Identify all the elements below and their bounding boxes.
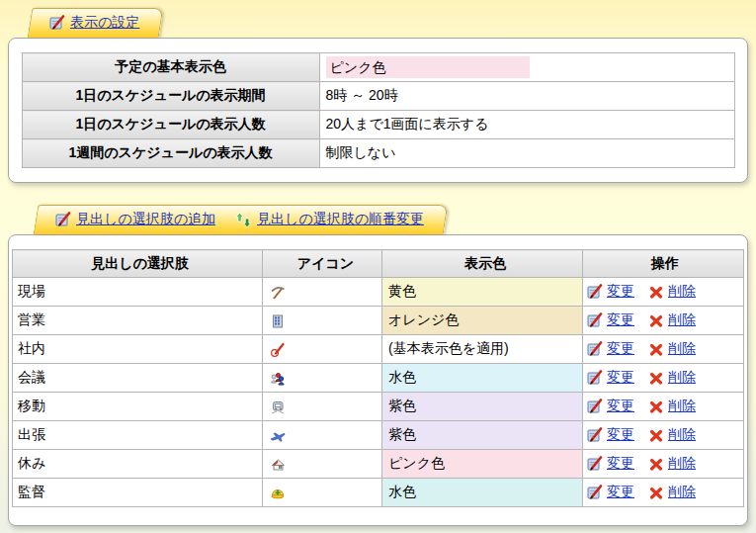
delete-link[interactable]: 削除	[668, 484, 696, 501]
table-row: 社内 (基本表示色を適用) 変更 削除	[13, 335, 744, 364]
airplane-icon	[270, 428, 286, 444]
display-color-cell: 水色	[382, 479, 583, 507]
display-settings-link[interactable]: 表示の設定	[70, 14, 139, 32]
table-row: 休み ピンク色 変更 削除	[13, 450, 744, 479]
change-link[interactable]: 変更	[607, 283, 634, 301]
option-label: 営業	[13, 307, 263, 335]
delete-link[interactable]: 削除	[668, 455, 696, 473]
setting-value: 8時 ～ 20時	[319, 82, 734, 111]
reorder-heading-options-link[interactable]: 見出しの選択肢の順番変更	[257, 211, 424, 228]
edit-icon[interactable]	[587, 485, 603, 500]
table-row: 移動 紫色 変更 削除	[13, 393, 744, 421]
column-header: 操作	[583, 250, 744, 278]
delete-x-icon[interactable]	[648, 284, 664, 300]
column-header: 見出しの選択肢	[13, 250, 263, 278]
change-link[interactable]: 変更	[607, 455, 634, 473]
table-row: 1日のスケジュールの表示期間 8時 ～ 20時	[22, 82, 734, 111]
delete-link[interactable]: 削除	[668, 283, 696, 301]
change-link[interactable]: 変更	[607, 311, 634, 329]
edit-icon[interactable]	[587, 399, 603, 414]
column-header: アイコン	[263, 250, 382, 278]
change-link[interactable]: 変更	[607, 484, 634, 501]
table-row: 営業 オレンジ色 変更 削除	[13, 307, 744, 335]
setting-label: 1日のスケジュールの表示期間	[22, 82, 319, 111]
change-link[interactable]: 変更	[607, 398, 634, 415]
table-row: 監督 水色 変更 削除	[13, 479, 744, 507]
display-color-cell: 紫色	[382, 421, 583, 450]
delete-x-icon[interactable]	[648, 456, 664, 472]
delete-link[interactable]: 削除	[668, 340, 696, 358]
people-icon	[270, 371, 286, 387]
edit-icon[interactable]	[587, 284, 603, 300]
edit-icon[interactable]	[587, 456, 603, 472]
option-label: 社内	[13, 335, 263, 364]
reorder-arrows-icon[interactable]	[235, 212, 252, 228]
setting-label: 1週間のスケジュールの表示人数	[22, 139, 319, 168]
delete-x-icon[interactable]	[648, 341, 664, 357]
delete-link[interactable]: 削除	[668, 311, 696, 329]
delete-x-icon[interactable]	[648, 399, 664, 414]
heading-options-tab: 見出しの選択肢の追加 見出しの選択肢の順番変更	[36, 205, 446, 234]
building-icon	[270, 313, 286, 329]
train-icon	[270, 400, 286, 415]
heading-options-panel: 見出しの選択肢 アイコン 表示色 操作 現場 黄色 変更 削除 営業	[8, 234, 748, 526]
table-row: 1週間のスケジュールの表示人数 制限しない	[22, 139, 734, 168]
pen-icon	[270, 342, 286, 358]
edit-icon[interactable]	[587, 341, 603, 357]
display-settings-panel: 予定の基本表示色 ピンク色 1日のスケジュールの表示期間 8時 ～ 20時 1日…	[8, 38, 748, 183]
helmet-icon	[270, 486, 286, 501]
delete-link[interactable]: 削除	[668, 398, 696, 415]
edit-icon[interactable]	[49, 15, 65, 31]
display-settings-tab[interactable]: 表示の設定	[30, 8, 161, 38]
add-heading-option-link[interactable]: 見出しの選択肢の追加	[76, 211, 215, 228]
option-label: 会議	[13, 364, 263, 393]
table-row: 会議 水色 変更 削除	[13, 364, 744, 393]
display-color-cell: 水色	[382, 364, 583, 393]
table-row: 現場 黄色 変更 削除	[13, 278, 744, 307]
heading-options-table: 見出しの選択肢 アイコン 表示色 操作 現場 黄色 変更 削除 営業	[12, 249, 744, 507]
option-label: 休み	[13, 450, 263, 479]
display-color-cell: 黄色	[382, 278, 583, 307]
table-row: 予定の基本表示色 ピンク色	[22, 53, 734, 82]
edit-icon[interactable]	[55, 212, 71, 227]
delete-x-icon[interactable]	[648, 312, 664, 328]
option-label: 現場	[13, 278, 263, 307]
option-label: 出張	[13, 421, 263, 450]
change-link[interactable]: 変更	[607, 340, 634, 358]
change-link[interactable]: 変更	[607, 369, 634, 387]
table-row: 出張 紫色 変更 削除	[13, 421, 744, 450]
edit-icon[interactable]	[587, 312, 603, 328]
column-header: 表示色	[382, 250, 583, 278]
table-row: 1日のスケジュールの表示人数 20人まで1画面に表示する	[22, 111, 734, 139]
change-link[interactable]: 変更	[607, 426, 634, 444]
base-color-value: ピンク色	[326, 56, 530, 78]
delete-link[interactable]: 削除	[668, 369, 696, 387]
display-color-cell: 紫色	[382, 393, 583, 421]
setting-value: 20人まで1画面に表示する	[319, 111, 734, 139]
option-label: 移動	[13, 393, 263, 421]
display-color-cell: ピンク色	[382, 450, 583, 479]
setting-value: 制限しない	[319, 139, 734, 168]
edit-icon[interactable]	[587, 427, 603, 443]
option-label: 監督	[13, 479, 263, 507]
delete-link[interactable]: 削除	[668, 426, 696, 444]
edit-icon[interactable]	[587, 370, 603, 386]
delete-x-icon[interactable]	[648, 427, 664, 443]
setting-label: 1日のスケジュールの表示人数	[22, 111, 319, 139]
delete-x-icon[interactable]	[648, 370, 664, 386]
display-settings-table: 予定の基本表示色 ピンク色 1日のスケジュールの表示期間 8時 ～ 20時 1日…	[22, 52, 735, 168]
setting-label: 予定の基本表示色	[22, 53, 319, 82]
house-icon	[270, 457, 286, 473]
delete-x-icon[interactable]	[648, 485, 664, 500]
pickaxe-icon	[270, 285, 286, 301]
header-row: 見出しの選択肢 アイコン 表示色 操作	[13, 250, 744, 278]
display-color-cell: オレンジ色	[382, 307, 583, 335]
display-color-cell: (基本表示色を適用)	[382, 335, 583, 364]
